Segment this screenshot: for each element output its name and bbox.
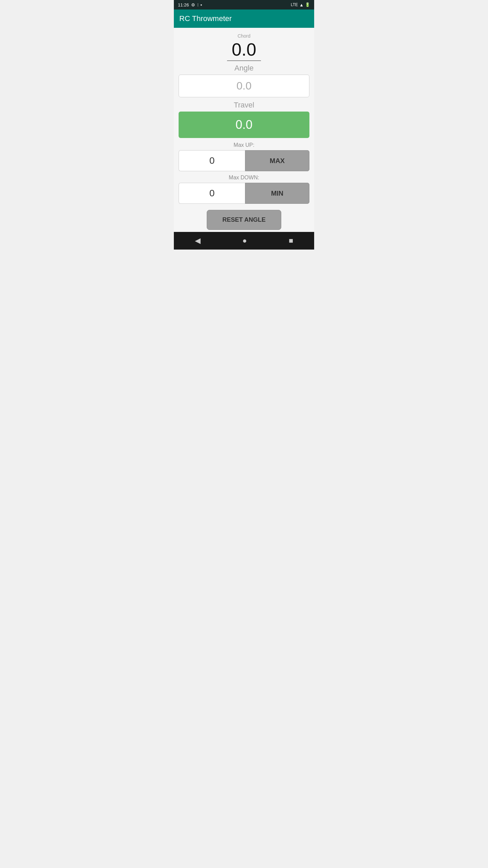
min-button[interactable]: MIN <box>245 183 309 204</box>
card-icon: ▪ <box>201 2 202 7</box>
chord-section: Chord 0.0 <box>179 33 309 61</box>
max-down-section: Max DOWN: 0 MIN <box>179 175 309 204</box>
status-time: 11:26 <box>178 2 189 7</box>
signal-icon: ▲ <box>299 2 304 7</box>
max-up-row: 0 MAX <box>179 150 309 171</box>
chord-value: 0.0 <box>227 39 261 61</box>
chord-label: Chord <box>238 33 250 39</box>
max-down-input[interactable]: 0 <box>179 183 245 204</box>
settings-icon: ⚙ <box>191 2 195 7</box>
app-title: RC Throwmeter <box>179 14 232 23</box>
status-bar-right: LTE ▲ 🔋 <box>291 2 310 7</box>
max-button[interactable]: MAX <box>245 150 309 171</box>
max-up-section: Max UP: 0 MAX <box>179 142 309 171</box>
main-content: Chord 0.0 Angle 0.0 Travel 0.0 Max UP: 0… <box>174 28 314 232</box>
travel-value: 0.0 <box>179 112 309 138</box>
max-up-input[interactable]: 0 <box>179 150 245 171</box>
max-up-label: Max UP: <box>233 142 254 148</box>
max-down-label: Max DOWN: <box>229 175 259 181</box>
home-button[interactable]: ● <box>236 233 253 249</box>
travel-label: Travel <box>234 101 254 110</box>
back-button[interactable]: ◀ <box>188 233 207 249</box>
recent-button[interactable]: ■ <box>282 233 300 249</box>
nav-bar: ◀ ● ■ <box>174 232 314 250</box>
lte-label: LTE <box>291 2 298 7</box>
reset-section: RESET ANGLE <box>179 210 309 230</box>
battery-icon: 🔋 <box>305 2 310 7</box>
angle-label: Angle <box>235 64 253 73</box>
reset-angle-button[interactable]: RESET ANGLE <box>207 210 281 230</box>
angle-input[interactable]: 0.0 <box>179 75 309 97</box>
max-down-row: 0 MIN <box>179 183 309 204</box>
travel-section: Travel 0.0 <box>179 101 309 138</box>
app-bar: RC Throwmeter <box>174 9 314 28</box>
dots-icon: ⁝ <box>197 2 199 7</box>
status-bar-left: 11:26 ⚙ ⁝ ▪ <box>178 2 202 7</box>
status-bar: 11:26 ⚙ ⁝ ▪ LTE ▲ 🔋 <box>174 0 314 9</box>
angle-section: Angle 0.0 <box>179 64 309 97</box>
